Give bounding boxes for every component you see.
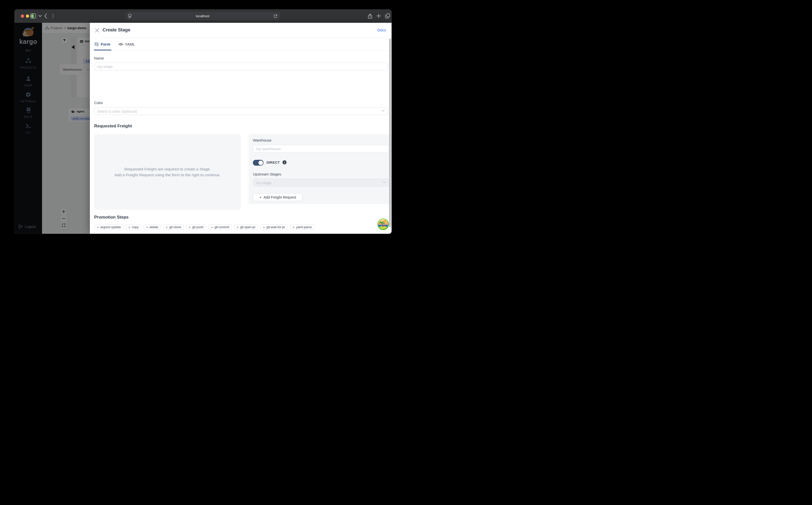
modal-overlay-mask[interactable] bbox=[14, 23, 90, 234]
plus-icon: + bbox=[189, 225, 191, 229]
add-freight-request-label: Add Freight Request bbox=[264, 195, 296, 199]
promotion-step-label: git-push bbox=[192, 225, 203, 229]
toolbar-divider bbox=[37, 13, 37, 19]
plus-icon: + bbox=[263, 225, 265, 229]
url-bar[interactable]: localhost bbox=[125, 12, 280, 20]
plus-icon: + bbox=[125, 233, 127, 234]
promotion-step-chip[interactable]: +delete bbox=[143, 224, 161, 230]
plus-icon: + bbox=[223, 233, 225, 234]
promotion-step-label: git-open-pr bbox=[240, 225, 255, 229]
tab-form[interactable]: Form bbox=[94, 38, 110, 50]
promotion-step-chip[interactable]: +json-update bbox=[148, 232, 174, 234]
color-select-placeholder: Select a color (optional) bbox=[97, 109, 137, 114]
upstream-stages-label: Upstream Stages bbox=[253, 172, 281, 176]
promotion-step-chip[interactable]: +helm-update-chart bbox=[221, 232, 255, 234]
plus-icon: + bbox=[260, 233, 262, 234]
promotion-step-label: git-clear bbox=[205, 233, 216, 234]
promotion-step-chip[interactable]: +git-clone bbox=[163, 224, 184, 230]
promotion-step-label: helm-template bbox=[264, 233, 283, 234]
plus-icon: + bbox=[201, 233, 203, 234]
chevron-down-icon bbox=[383, 181, 386, 183]
promotion-step-chip[interactable]: +kustomize-build bbox=[288, 232, 319, 234]
empty-hint-line1: Requested Freight are required to create… bbox=[124, 166, 211, 172]
plus-icon: + bbox=[237, 225, 239, 229]
warehouse-input[interactable] bbox=[253, 145, 389, 153]
promotion-step-chip[interactable]: +git-wait-for-pr bbox=[260, 224, 288, 230]
plus-icon: + bbox=[146, 225, 148, 229]
promotion-step-chip[interactable]: +argocd-update bbox=[94, 224, 123, 230]
back-icon[interactable] bbox=[44, 13, 47, 19]
promotion-step-chip[interactable]: +yaml-parse bbox=[290, 224, 314, 230]
tab-overview-icon[interactable] bbox=[385, 13, 390, 19]
forward-icon[interactable] bbox=[51, 13, 55, 19]
add-freight-request-button[interactable]: + Add Freight Request bbox=[253, 193, 302, 201]
promotion-step-label: helm-update-chart bbox=[227, 233, 252, 234]
reload-icon[interactable] bbox=[273, 14, 278, 18]
code-icon: </> bbox=[118, 42, 123, 46]
promotion-step-label: kustomize-build bbox=[295, 233, 317, 234]
scrollbar-thumb[interactable] bbox=[389, 38, 391, 227]
plus-icon: + bbox=[151, 233, 153, 234]
promotion-step-chip[interactable]: +git-push bbox=[176, 232, 196, 234]
create-stage-modal: Create Stage Docs Form </> YA bbox=[90, 23, 391, 234]
modal-body: Name Color Select a color (optional) Req… bbox=[94, 51, 388, 234]
tab-yaml-label: YAML bbox=[125, 42, 135, 46]
browser-content: kargo dev PROJECTS USER S bbox=[14, 23, 391, 234]
plus-icon: + bbox=[128, 225, 130, 229]
plus-icon: + bbox=[97, 225, 99, 229]
upstream-select-placeholder: my-stage bbox=[256, 181, 272, 185]
chevron-down-icon bbox=[381, 110, 385, 112]
plus-icon: + bbox=[259, 195, 261, 199]
promotion-steps-row: +yaml-update+json-parse+json-update+git-… bbox=[94, 232, 319, 234]
promotion-step-chip[interactable]: +git-push bbox=[186, 224, 206, 230]
promotion-step-label: git-wait-for-pr bbox=[267, 225, 285, 229]
minimize-window-button[interactable] bbox=[26, 14, 29, 18]
chevron-down-icon[interactable] bbox=[38, 15, 42, 17]
url-text: localhost bbox=[196, 14, 209, 18]
direct-toggle[interactable] bbox=[253, 160, 264, 166]
upstream-stages-select[interactable]: my-stage bbox=[253, 179, 389, 187]
name-input[interactable] bbox=[94, 62, 388, 70]
page-icon bbox=[128, 14, 132, 18]
plus-icon: + bbox=[291, 233, 293, 234]
promotion-step-label: git-commit bbox=[214, 225, 229, 229]
browser-window: localhost bbox=[14, 9, 391, 234]
promotion-step-label: delete bbox=[150, 225, 158, 229]
promotion-step-label: json-update bbox=[155, 233, 171, 234]
promotion-steps-row: +argocd-update+copy+delete+git-clone+git… bbox=[94, 224, 315, 230]
warehouse-label: Warehouse bbox=[253, 138, 272, 142]
docs-link[interactable]: Docs bbox=[377, 28, 386, 32]
browser-toolbar: localhost bbox=[14, 9, 391, 23]
promotion-step-label: copy bbox=[132, 225, 139, 229]
plus-icon: + bbox=[166, 225, 168, 229]
promotion-step-chip[interactable]: +git-clear bbox=[198, 232, 219, 234]
promotion-step-chip[interactable]: +helm-template bbox=[257, 232, 286, 234]
new-tab-icon[interactable] bbox=[376, 14, 381, 18]
modal-title: Create Stage bbox=[102, 27, 130, 33]
requested-freight-heading: Requested Freight bbox=[94, 124, 132, 129]
promotion-step-chip[interactable]: +json-parse bbox=[122, 232, 146, 234]
tab-yaml[interactable]: </> YAML bbox=[118, 38, 135, 50]
requested-freight-empty-panel: Requested Freight are required to create… bbox=[94, 134, 241, 210]
modal-tabs: Form </> YAML bbox=[90, 38, 391, 51]
close-window-button[interactable] bbox=[21, 14, 24, 18]
modal-scrollbar[interactable] bbox=[389, 38, 391, 233]
freight-request-form-panel: Warehouse DIRECT i Upstream Stages my-st… bbox=[249, 134, 391, 204]
promotion-step-chip[interactable]: +git-open-pr bbox=[234, 224, 258, 230]
sidebar-toggle-icon[interactable] bbox=[30, 13, 36, 19]
share-icon[interactable] bbox=[367, 13, 372, 19]
modal-header: Create Stage Docs bbox=[90, 23, 391, 38]
promotion-step-chip[interactable]: +copy bbox=[125, 224, 141, 230]
promotion-step-chip[interactable]: +yaml-update bbox=[94, 232, 120, 234]
promotion-step-label: yaml-parse bbox=[296, 225, 312, 229]
color-select[interactable]: Select a color (optional) bbox=[94, 108, 388, 115]
close-icon[interactable] bbox=[95, 28, 99, 33]
promotion-step-label: argocd-update bbox=[100, 225, 121, 229]
plus-icon: + bbox=[211, 225, 213, 229]
info-icon[interactable]: i bbox=[282, 160, 287, 164]
promotion-step-chip[interactable]: +git-commit bbox=[208, 224, 232, 230]
island-badge-icon[interactable] bbox=[377, 218, 389, 230]
plus-icon: + bbox=[97, 233, 99, 234]
toggle-knob bbox=[258, 161, 263, 165]
empty-hint-line2: Add a Freight Request using the form to … bbox=[114, 172, 221, 178]
